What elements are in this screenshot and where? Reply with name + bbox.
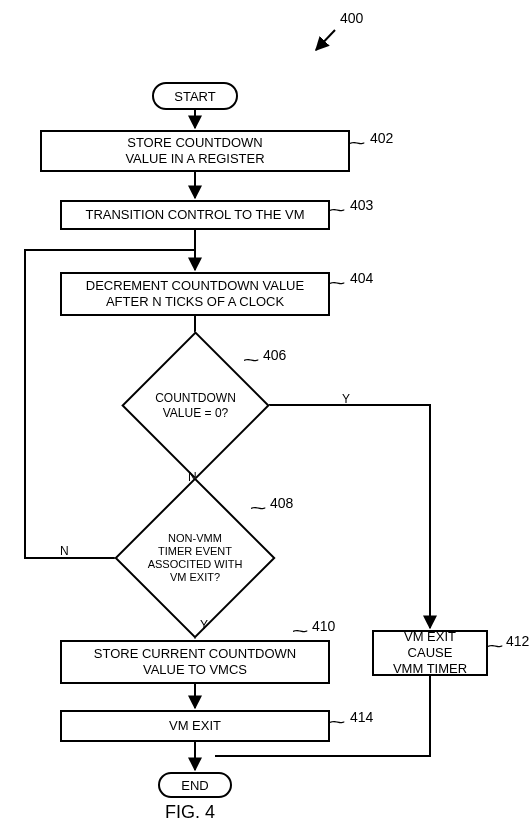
decision-408-line4: VM EXIT? — [170, 571, 220, 584]
process-412-line2: VMM TIMER — [393, 661, 467, 677]
decision-406-line1: COUNTDOWN — [155, 391, 236, 405]
decision-406-line2: VALUE = 0? — [163, 406, 228, 420]
figure-number: 400 — [340, 10, 363, 26]
process-402: STORE COUNTDOWN VALUE IN A REGISTER — [40, 130, 350, 172]
ref-tilde-406: ~ — [243, 350, 260, 371]
ref-tilde-402: ~ — [349, 133, 366, 154]
decision-408-line1: NON-VMM — [168, 532, 222, 545]
process-404: DECREMENT COUNTDOWN VALUE AFTER N TICKS … — [60, 272, 330, 316]
ref-410: 410 — [312, 618, 335, 634]
end-label: END — [181, 778, 208, 793]
ref-404: 404 — [350, 270, 373, 286]
process-404-line1: DECREMENT COUNTDOWN VALUE — [86, 278, 304, 294]
ref-403: 403 — [350, 197, 373, 213]
process-414: VM EXIT — [60, 710, 330, 742]
end-terminator: END — [158, 772, 232, 798]
decision-408-y: Y — [200, 618, 208, 632]
ref-tilde-414: ~ — [329, 712, 346, 733]
ref-tilde-408: ~ — [250, 498, 267, 519]
ref-tilde-404: ~ — [329, 273, 346, 294]
process-404-line2: AFTER N TICKS OF A CLOCK — [106, 294, 284, 310]
svg-line-0 — [316, 30, 335, 50]
process-402-line1: STORE COUNTDOWN — [127, 135, 263, 151]
process-412-line1: VM EXIT CAUSE — [380, 629, 480, 662]
process-403-label: TRANSITION CONTROL TO THE VM — [85, 207, 304, 223]
figure-caption: FIG. 4 — [165, 802, 215, 823]
decision-406-y: Y — [342, 392, 350, 406]
flowchart-canvas: 400 START — [0, 0, 529, 830]
decision-408: NON-VMM TIMER EVENT ASSOCITED WITH VM EX… — [138, 501, 252, 615]
ref-tilde-403: ~ — [329, 200, 346, 221]
ref-tilde-412: ~ — [487, 636, 504, 657]
ref-414: 414 — [350, 709, 373, 725]
decision-408-line3: ASSOCITED WITH — [148, 558, 243, 571]
process-410: STORE CURRENT COUNTDOWN VALUE TO VMCS — [60, 640, 330, 684]
process-402-line2: VALUE IN A REGISTER — [125, 151, 264, 167]
process-403: TRANSITION CONTROL TO THE VM — [60, 200, 330, 230]
decision-406: COUNTDOWN VALUE = 0? — [143, 353, 248, 458]
ref-406: 406 — [263, 347, 286, 363]
ref-408: 408 — [270, 495, 293, 511]
start-label: START — [174, 89, 215, 104]
process-414-label: VM EXIT — [169, 718, 221, 734]
ref-412: 412 — [506, 633, 529, 649]
start-terminator: START — [152, 82, 238, 110]
process-410-line1: STORE CURRENT COUNTDOWN — [94, 646, 296, 662]
decision-408-line2: TIMER EVENT — [158, 545, 232, 558]
decision-408-n: N — [60, 544, 69, 558]
ref-402: 402 — [370, 130, 393, 146]
ref-tilde-410: ~ — [292, 621, 309, 642]
process-410-line2: VALUE TO VMCS — [143, 662, 247, 678]
process-412: VM EXIT CAUSE VMM TIMER — [372, 630, 488, 676]
